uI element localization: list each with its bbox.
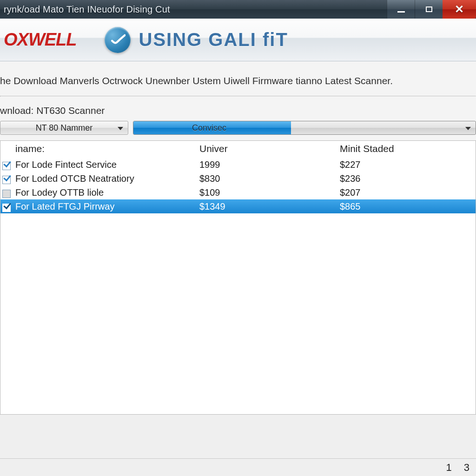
download-table: iname: Univer Minit Staded For Lode Fint… bbox=[0, 140, 476, 415]
col-header-name[interactable]: iname: bbox=[13, 141, 197, 157]
row-minit: $227 bbox=[337, 157, 476, 172]
row-minit: $865 bbox=[337, 199, 476, 214]
minimize-icon bbox=[397, 11, 405, 13]
row-checkbox[interactable] bbox=[2, 190, 11, 198]
description-text: he Download Manverls Octrwock Unewnber U… bbox=[0, 61, 476, 96]
row-univer: $109 bbox=[197, 185, 337, 200]
table-row[interactable]: For Loded OTCB Neatratiory$830$236 bbox=[0, 172, 476, 185]
row-name: For Lated FTGJ Pirrway bbox=[13, 199, 197, 214]
row-name: For Lode Fintect Service bbox=[13, 157, 197, 172]
col-header-check[interactable] bbox=[0, 141, 13, 157]
table-body: For Lode Fintect Service1999$227For Lode… bbox=[0, 158, 476, 213]
action-select-value: Convisec bbox=[133, 121, 476, 134]
titlebar[interactable]: rynk/oad Mato Tien INeuofor Dising Cut ✕ bbox=[0, 0, 476, 19]
chevron-down-icon bbox=[465, 127, 471, 130]
table-header: iname: Univer Minit Staded bbox=[0, 141, 476, 158]
col-header-univer[interactable]: Univer bbox=[197, 141, 337, 157]
row-checkbox[interactable] bbox=[2, 162, 11, 170]
close-button[interactable]: ✕ bbox=[443, 0, 476, 19]
row-univer: $1349 bbox=[197, 199, 337, 214]
maximize-button[interactable] bbox=[415, 0, 443, 19]
app-title-group: USING GALI fiT bbox=[105, 27, 288, 53]
swoosh-check-icon bbox=[105, 27, 131, 53]
table-row[interactable]: For Lode Fintect Service1999$227 bbox=[0, 158, 476, 172]
col-header-minit[interactable]: Minit Staded bbox=[337, 141, 476, 157]
app-title: USING GALI fiT bbox=[139, 29, 288, 50]
row-minit: $207 bbox=[337, 185, 476, 200]
content-area: he Download Manverls Octrwock Unewnber U… bbox=[0, 61, 476, 415]
app-window: rynk/oad Mato Tien INeuofor Dising Cut ✕… bbox=[0, 0, 476, 476]
status-value-left: 1 bbox=[446, 462, 452, 474]
header-band: OXWELL USING GALI fiT bbox=[0, 19, 476, 61]
statusbar: 1 3 bbox=[0, 458, 476, 476]
row-checkbox[interactable] bbox=[2, 176, 11, 184]
row-univer: $830 bbox=[197, 171, 337, 186]
row-name: For Loded OTCB Neatratiory bbox=[13, 171, 197, 186]
model-select[interactable]: NT 80 Nammer bbox=[0, 121, 128, 135]
maximize-icon bbox=[426, 7, 432, 12]
close-icon: ✕ bbox=[455, 4, 464, 15]
minimize-button[interactable] bbox=[387, 0, 415, 19]
window-controls: ✕ bbox=[387, 0, 476, 19]
status-value-right: 3 bbox=[464, 462, 469, 474]
table-row[interactable]: For Lodey OTTB liole$109$207 bbox=[0, 185, 476, 199]
controls-row: NT 80 Nammer Convisec bbox=[0, 121, 476, 140]
action-select[interactable]: Convisec bbox=[133, 121, 476, 135]
chevron-down-icon bbox=[118, 127, 123, 130]
row-name: For Lodey OTTB liole bbox=[13, 185, 197, 200]
model-select-value: NT 80 Nammer bbox=[36, 123, 93, 133]
row-univer: 1999 bbox=[197, 157, 337, 172]
download-label: wnload: NT630 Scanner bbox=[0, 97, 476, 121]
brand-logo: OXWELL bbox=[4, 30, 77, 50]
table-row[interactable]: For Lated FTGJ Pirrway$1349$865 bbox=[0, 199, 476, 213]
row-checkbox[interactable] bbox=[2, 204, 11, 212]
row-minit: $236 bbox=[337, 171, 476, 186]
window-title: rynk/oad Mato Tien INeuofor Dising Cut bbox=[4, 4, 170, 15]
